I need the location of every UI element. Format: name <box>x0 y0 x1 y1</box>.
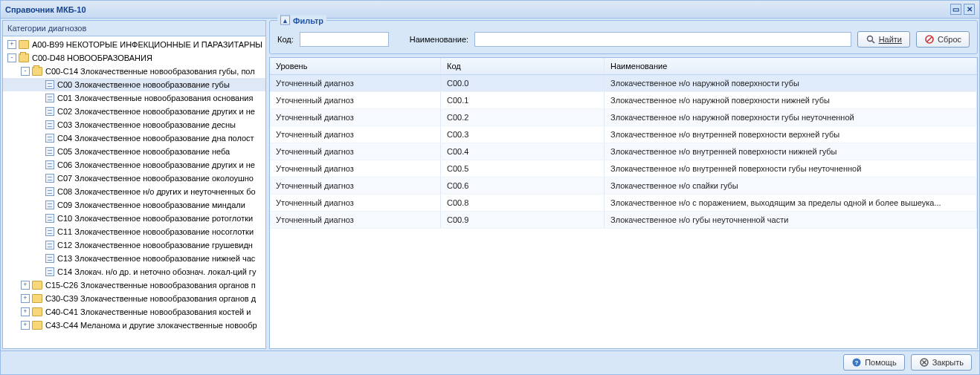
tree-spacer <box>34 174 43 183</box>
cell-code: C00.9 <box>441 212 605 228</box>
filter-code-label: Код: <box>277 35 294 44</box>
table-row[interactable]: Уточненный диагнозC00.2Злокачественное н… <box>270 109 977 126</box>
document-icon <box>45 200 54 209</box>
close-button-label: Закрыть <box>932 358 964 367</box>
tree-c09[interactable]: C09 Злокачественное новообразование минд… <box>3 198 265 212</box>
restore-button[interactable]: ▭ <box>950 4 961 15</box>
grid-header-code[interactable]: Код <box>441 58 605 74</box>
cell-level: Уточненный диагноз <box>270 75 441 91</box>
tree-c13[interactable]: C13 Злокачественное новообразование нижн… <box>3 252 265 265</box>
expand-icon[interactable]: + <box>21 307 30 316</box>
tree-node-label: C05 Злокачественное новообразование неба <box>57 147 230 156</box>
expand-icon[interactable]: + <box>7 40 16 49</box>
close-window-button[interactable]: ✕ <box>964 4 975 15</box>
tree-c03[interactable]: C03 Злокачественное новообразование десн… <box>3 118 265 131</box>
filter-collapse-button[interactable]: ▲ <box>280 16 290 25</box>
tree-node-label: C14 Злокач. н/о др. и неточно обознач. л… <box>57 267 256 276</box>
cell-level: Уточненный диагноз <box>270 109 441 125</box>
table-row[interactable]: Уточненный диагнозC00.9Злокачественное н… <box>270 212 977 229</box>
table-row[interactable]: Уточненный диагнозC00.8Злокачественное н… <box>270 195 977 212</box>
cell-name: Злокачественное н/о спайки губы <box>605 177 977 194</box>
tree-c01[interactable]: C01 Злокачественные новообразования осно… <box>3 91 265 105</box>
tree-spacer <box>34 241 43 250</box>
expand-icon[interactable]: + <box>21 321 30 330</box>
tree-c00-d48[interactable]: -C00-D48 НОВООБРАЗОВАНИЯ <box>3 51 265 65</box>
collapse-icon[interactable]: - <box>7 53 16 62</box>
tree-spacer <box>34 134 43 143</box>
tree-node-label: C06 Злокачественное новообразование друг… <box>57 160 255 169</box>
tree-c40-c41[interactable]: +C40-C41 Злокачественные новообразования… <box>3 305 265 319</box>
table-row[interactable]: Уточненный диагнозC00.3Злокачественное н… <box>270 126 977 143</box>
cell-name: Злокачественное н/о наружной поверхности… <box>605 92 977 108</box>
cell-code: C00.3 <box>441 126 605 143</box>
document-icon <box>45 94 54 102</box>
cell-code: C00.5 <box>441 160 605 177</box>
cell-level: Уточненный диагноз <box>270 160 441 177</box>
cell-level: Уточненный диагноз <box>270 92 441 108</box>
tree-c14[interactable]: C14 Злокач. н/о др. и неточно обознач. л… <box>3 265 265 278</box>
cell-code: C00.0 <box>441 75 605 91</box>
svg-point-0 <box>867 36 872 42</box>
tree-node-label: C12 Злокачественное новообразование груш… <box>57 241 253 250</box>
tree-node-label: C00-C14 Злокачественные новообразования … <box>45 67 255 76</box>
grid-header-name[interactable]: Наименование <box>605 58 977 74</box>
collapse-icon[interactable]: - <box>21 67 30 76</box>
document-icon <box>45 80 54 89</box>
table-row[interactable]: Уточненный диагнозC00.4Злокачественное н… <box>270 143 977 160</box>
diagnosis-grid: Уровень Код Наименование Уточненный диаг… <box>269 57 978 349</box>
grid-body[interactable]: Уточненный диагнозC00.0Злокачественное н… <box>270 75 977 348</box>
cell-code: C00.8 <box>441 195 605 211</box>
find-button[interactable]: Найти <box>857 31 910 48</box>
tree-node-label: C00-D48 НОВООБРАЗОВАНИЯ <box>32 53 152 62</box>
tree-c15-c26[interactable]: +C15-C26 Злокачественные новообразования… <box>3 278 265 292</box>
table-row[interactable]: Уточненный диагнозC00.6Злокачественное н… <box>270 177 977 195</box>
tree-c10[interactable]: C10 Злокачественное новообразование рото… <box>3 212 265 225</box>
tree-node-label: C30-C39 Злокачественные новообразования … <box>45 294 256 303</box>
tree-c00-c14[interactable]: -C00-C14 Злокачественные новообразования… <box>3 65 265 78</box>
tree-c08[interactable]: C08 Злокачественное н/о других и неуточн… <box>3 185 265 198</box>
tree-c04[interactable]: C04 Злокачественное новообразование дна … <box>3 131 265 145</box>
tree-c12[interactable]: C12 Злокачественное новообразование груш… <box>3 238 265 252</box>
tree-node-label: C08 Злокачественное н/о других и неуточн… <box>57 187 256 196</box>
folder-open-icon <box>19 53 29 62</box>
tree-a00-b99[interactable]: +A00-B99 НЕКОТОРЫЕ ИНФЕКЦИОННЫЕ И ПАРАЗИ… <box>3 38 265 51</box>
close-button[interactable]: Закрыть <box>911 354 972 371</box>
folder-icon <box>32 321 42 330</box>
diagnosis-tree[interactable]: +A00-B99 НЕКОТОРЫЕ ИНФЕКЦИОННЫЕ И ПАРАЗИ… <box>3 36 265 348</box>
grid-header-level[interactable]: Уровень <box>270 58 441 74</box>
tree-c05[interactable]: C05 Злокачественное новообразование неба <box>3 145 265 158</box>
expand-icon[interactable]: + <box>21 294 30 303</box>
tree-node-label: C40-C41 Злокачественные новообразования … <box>45 307 251 316</box>
help-button-label: Помощь <box>865 358 897 367</box>
folder-icon <box>32 294 42 303</box>
document-icon <box>45 254 54 263</box>
table-row[interactable]: Уточненный диагнозC00.5Злокачественное н… <box>270 160 977 177</box>
tree-node-label: C01 Злокачественные новообразования осно… <box>57 94 253 102</box>
tree-node-label: C04 Злокачественное новообразование дна … <box>57 134 254 143</box>
svg-line-1 <box>872 41 874 43</box>
help-icon: ? <box>851 357 862 368</box>
filter-name-input[interactable] <box>474 32 851 47</box>
folder-open-icon <box>32 67 42 76</box>
cell-name: Злокачественное н/о внутренней поверхнос… <box>605 126 977 143</box>
tree-c30-c39[interactable]: +C30-C39 Злокачественные новообразования… <box>3 292 265 305</box>
tree-node-label: C02 Злокачественное новообразование друг… <box>57 107 255 116</box>
expand-icon[interactable]: + <box>21 281 30 290</box>
titlebar[interactable]: Справочник МКБ-10 ▭ ✕ <box>1 1 979 19</box>
tree-c07[interactable]: C07 Злокачественное новообразование окол… <box>3 172 265 185</box>
tree-node-label: A00-B99 НЕКОТОРЫЕ ИНФЕКЦИОННЫЕ И ПАРАЗИТ… <box>32 40 262 49</box>
tree-spacer <box>34 80 43 89</box>
reset-button[interactable]: Сброс <box>916 31 970 48</box>
table-row[interactable]: Уточненный диагнозC00.0Злокачественное н… <box>270 75 977 92</box>
categories-panel-title: Категории диагнозов <box>3 21 265 36</box>
tree-c06[interactable]: C06 Злокачественное новообразование друг… <box>3 158 265 172</box>
table-row[interactable]: Уточненный диагнозC00.1Злокачественное н… <box>270 92 977 109</box>
cell-code: C00.1 <box>441 92 605 108</box>
tree-c00[interactable]: C00 Злокачественное новообразование губы <box>3 78 265 91</box>
filter-code-input[interactable] <box>300 32 389 47</box>
tree-c02[interactable]: C02 Злокачественное новообразование друг… <box>3 105 265 118</box>
tree-c11[interactable]: C11 Злокачественное новообразование носо… <box>3 225 265 238</box>
tree-spacer <box>34 254 43 263</box>
help-button[interactable]: ? Помощь <box>843 354 905 371</box>
tree-c43-c44[interactable]: +C43-C44 Меланома и другие злокачественн… <box>3 319 265 332</box>
